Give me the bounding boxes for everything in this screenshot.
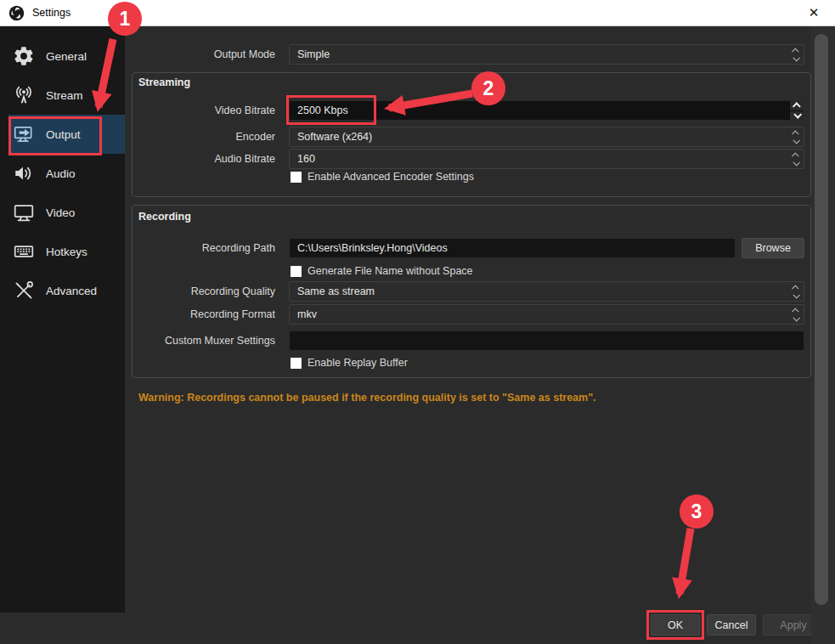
- streaming-group-title: Streaming: [138, 76, 190, 88]
- cancel-button[interactable]: Cancel: [707, 614, 756, 636]
- tools-icon: [13, 280, 35, 302]
- advanced-encoder-checkbox[interactable]: [291, 172, 302, 183]
- chevron-up-down-icon[interactable]: [793, 305, 798, 324]
- no-space-checkbox[interactable]: [291, 266, 302, 277]
- browse-button[interactable]: Browse: [742, 238, 804, 258]
- recording-quality-value: Same as stream: [297, 285, 375, 297]
- arrow-3: [680, 528, 691, 594]
- step-badge-2: 2: [471, 71, 505, 105]
- encoder-row: Encoder Software (x264): [125, 127, 804, 147]
- output-mode-value: Simple: [297, 48, 330, 60]
- advanced-encoder-check-row: Enable Advanced Encoder Settings: [291, 171, 474, 183]
- replay-buffer-check-row: Enable Replay Buffer: [291, 357, 408, 369]
- settings-sidebar: General Stream Output Audio Video: [0, 26, 125, 613]
- sidebar-item-audio[interactable]: Audio: [8, 154, 125, 193]
- spinner-down-icon[interactable]: [790, 111, 804, 121]
- recording-format-value: mkv: [297, 308, 317, 320]
- chevron-up-down-icon[interactable]: [793, 150, 798, 168]
- sidebar-item-label: Advanced: [46, 285, 97, 297]
- close-icon[interactable]: ✕: [799, 0, 828, 25]
- output-mode-label: Output Mode: [125, 44, 282, 65]
- output-icon: [13, 123, 35, 145]
- no-space-checkbox-label: Generate File Name without Space: [307, 265, 473, 277]
- sidebar-item-video[interactable]: Video: [8, 193, 125, 232]
- sidebar-item-general[interactable]: General: [8, 37, 125, 76]
- recording-quality-row: Recording Quality Same as stream: [125, 281, 804, 302]
- custom-muxer-input[interactable]: [289, 330, 804, 351]
- gear-icon: [13, 45, 35, 67]
- video-bitrate-value: 2500 Kbps: [297, 105, 348, 116]
- encoder-value: Software (x264): [297, 131, 372, 143]
- recording-format-row: Recording Format mkv: [125, 304, 804, 325]
- custom-muxer-row: Custom Muxer Settings: [125, 330, 804, 351]
- chevron-up-down-icon[interactable]: [793, 282, 798, 301]
- replay-buffer-checkbox-label: Enable Replay Buffer: [307, 357, 408, 369]
- sidebar-item-label: Hotkeys: [46, 246, 87, 258]
- keyboard-icon: [13, 240, 35, 263]
- advanced-encoder-checkbox-label: Enable Advanced Encoder Settings: [307, 171, 474, 183]
- broadcast-icon: [13, 84, 35, 106]
- recording-quality-label: Recording Quality: [125, 281, 282, 302]
- output-mode-select[interactable]: Simple: [289, 44, 804, 65]
- recording-path-row: Recording Path C:\Users\Brinksley.Hong\V…: [125, 238, 736, 258]
- video-bitrate-row: Video Bitrate 2500 Kbps: [125, 100, 804, 121]
- spinner-buttons[interactable]: [789, 101, 804, 120]
- audio-bitrate-label: Audio Bitrate: [125, 149, 282, 169]
- monitor-icon: [13, 201, 35, 223]
- sidebar-item-label: General: [46, 50, 87, 63]
- obs-logo-icon: [8, 5, 25, 21]
- replay-buffer-checkbox[interactable]: [291, 358, 302, 369]
- step-badge-1: 1: [108, 2, 142, 36]
- chevron-up-down-icon[interactable]: [793, 127, 798, 146]
- no-space-check-row: Generate File Name without Space: [291, 265, 473, 277]
- audio-bitrate-value: 160: [297, 153, 315, 165]
- encoder-select[interactable]: Software (x264): [289, 127, 804, 147]
- recording-quality-select[interactable]: Same as stream: [289, 281, 804, 302]
- speaker-icon: [13, 162, 35, 184]
- spinner-up-icon[interactable]: [790, 101, 804, 111]
- recording-path-input[interactable]: C:\Users\Brinksley.Hong\Videos: [289, 238, 736, 258]
- chevron-up-down-icon[interactable]: [793, 45, 798, 64]
- step-badge-3: 3: [680, 494, 714, 528]
- recording-warning-text: Warning: Recordings cannot be paused if …: [138, 392, 596, 404]
- custom-muxer-label: Custom Muxer Settings: [125, 330, 282, 351]
- audio-bitrate-row: Audio Bitrate 160: [125, 149, 804, 169]
- sidebar-item-stream[interactable]: Stream: [8, 76, 125, 115]
- sidebar-item-output[interactable]: Output: [8, 115, 125, 154]
- sidebar-item-advanced[interactable]: Advanced: [8, 271, 125, 310]
- encoder-label: Encoder: [125, 127, 282, 147]
- sidebar-item-label: Stream: [46, 89, 83, 102]
- video-bitrate-input[interactable]: 2500 Kbps: [289, 100, 804, 121]
- window-title: Settings: [32, 7, 71, 19]
- ok-button[interactable]: OK: [651, 614, 700, 636]
- recording-group-title: Recording: [138, 211, 191, 223]
- output-mode-row: Output Mode Simple: [125, 44, 804, 65]
- scrollbar-thumb[interactable]: [815, 34, 828, 605]
- recording-format-label: Recording Format: [125, 304, 282, 325]
- recording-path-value: C:\Users\Brinksley.Hong\Videos: [297, 242, 448, 254]
- sidebar-item-label: Output: [46, 128, 81, 141]
- audio-bitrate-select[interactable]: 160: [289, 149, 804, 169]
- video-bitrate-label: Video Bitrate: [125, 100, 282, 121]
- recording-format-select[interactable]: mkv: [289, 304, 804, 325]
- recording-path-label: Recording Path: [125, 238, 282, 258]
- sidebar-item-hotkeys[interactable]: Hotkeys: [8, 232, 125, 271]
- sidebar-item-label: Video: [46, 206, 75, 219]
- sidebar-item-label: Audio: [46, 167, 76, 180]
